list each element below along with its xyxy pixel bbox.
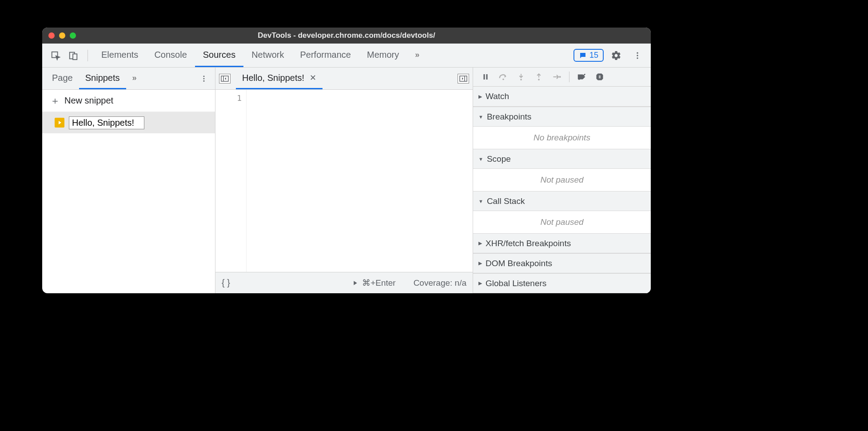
svg-point-17 [538,79,540,80]
coverage-status[interactable]: Coverage: n/a [414,278,466,288]
new-snippet-label: New snippet [64,96,113,106]
svg-point-16 [520,79,522,80]
more-tabs-icon[interactable]: » [407,44,426,67]
svg-rect-21 [600,76,600,79]
tab-page[interactable]: Page [46,68,79,89]
show-navigator-icon[interactable] [219,74,231,84]
console-messages-badge[interactable]: 15 [573,49,604,62]
editor-tab-title: Hello, Snippets! [242,73,304,83]
tab-console[interactable]: Console [146,44,195,67]
tab-sources[interactable]: Sources [195,44,243,67]
svg-point-6 [203,76,205,77]
step-over-icon[interactable] [495,70,511,84]
triangle-down-icon: ▼ [478,199,483,204]
separator [88,50,88,61]
show-debugger-icon[interactable] [458,74,469,84]
section-header-scope[interactable]: ▼Scope [473,149,651,169]
tab-network[interactable]: Network [243,44,292,67]
svg-point-4 [637,55,638,56]
svg-rect-2 [73,54,77,60]
editor-pane: Hello, Snippets! ✕ 1 { } [215,68,473,293]
tab-memory[interactable]: Memory [359,44,407,67]
section-body: Not paused [473,211,651,233]
window-controls [48,32,76,39]
svg-point-18 [559,76,561,78]
section-label: Watch [486,92,509,101]
line-gutter: 1 [215,90,247,272]
debugger-pane: ▶Watch▼BreakpointsNo breakpoints▼ScopeNo… [473,68,651,293]
tab-snippets[interactable]: Snippets [79,68,126,89]
step-icon[interactable] [549,70,565,84]
more-navigator-tabs-icon[interactable]: » [126,68,142,89]
tab-performance[interactable]: Performance [292,44,359,67]
minimize-window-button[interactable] [59,32,65,39]
section-header-global-listeners[interactable]: ▶Global Listeners [473,273,651,293]
triangle-down-icon: ▼ [478,156,483,162]
tab-elements[interactable]: Elements [93,44,146,67]
editor-content[interactable] [247,90,473,272]
navigator-tabs: Page Snippets » [42,68,215,90]
svg-rect-14 [486,74,488,80]
svg-rect-20 [599,76,599,79]
separator [569,72,569,82]
line-number: 1 [215,93,242,103]
svg-rect-13 [484,74,485,80]
snippet-list-item[interactable] [42,112,215,133]
new-snippet-button[interactable]: ＋ New snippet [42,90,215,112]
triangle-right-icon: ▶ [478,280,482,286]
inspect-element-icon[interactable] [48,48,63,63]
section-header-call-stack[interactable]: ▼Call Stack [473,191,651,211]
snippet-name-input[interactable] [69,116,144,129]
section-body: No breakpoints [473,127,651,149]
main-toolbar: Elements Console Sources Network Perform… [42,44,651,68]
triangle-right-icon: ▶ [478,240,482,246]
run-shortcut-hint: ⌘+Enter [362,278,396,288]
plus-icon: ＋ [50,94,60,108]
navigator-pane: Page Snippets » ＋ New snippet [42,68,215,293]
svg-point-5 [637,57,638,59]
triangle-down-icon: ▼ [478,114,483,120]
kebab-menu-icon[interactable] [630,48,645,63]
section-header-watch[interactable]: ▶Watch [473,87,651,107]
panel-tabs: Elements Console Sources Network Perform… [93,44,426,67]
devtools-window: DevTools - developer.chrome.com/docs/dev… [42,28,651,293]
pause-on-exceptions-icon[interactable] [592,70,608,84]
editor-statusbar: { } ⌘+Enter Coverage: n/a [215,272,473,293]
debugger-toolbar [473,68,651,87]
device-toolbar-icon[interactable] [66,48,80,63]
deactivate-breakpoints-icon[interactable] [574,70,590,84]
triangle-right-icon: ▶ [478,94,482,100]
titlebar: DevTools - developer.chrome.com/docs/dev… [42,28,651,44]
pretty-print-icon[interactable]: { } [222,278,230,288]
triangle-right-icon: ▶ [478,260,482,266]
editor-file-tab[interactable]: Hello, Snippets! ✕ [236,68,323,89]
section-label: DOM Breakpoints [486,259,552,268]
svg-point-15 [502,79,504,80]
window-title: DevTools - developer.chrome.com/docs/dev… [42,31,651,40]
maximize-window-button[interactable] [70,32,76,39]
svg-point-7 [203,78,205,79]
section-header-breakpoints[interactable]: ▼Breakpoints [473,107,651,127]
pause-icon[interactable] [478,70,494,84]
section-label: XHR/fetch Breakpoints [486,239,571,248]
step-into-icon[interactable] [513,70,529,84]
navigator-kebab-icon[interactable] [196,73,211,84]
section-label: Call Stack [487,196,525,206]
section-label: Scope [487,154,511,164]
run-icon[interactable] [351,279,358,287]
code-editor[interactable]: 1 [215,90,473,272]
svg-point-8 [203,80,205,81]
close-window-button[interactable] [48,32,55,39]
section-body: Not paused [473,169,651,191]
editor-tabbar: Hello, Snippets! ✕ [215,68,473,90]
section-label: Global Listeners [486,279,546,288]
section-header-dom-breakpoints[interactable]: ▶DOM Breakpoints [473,253,651,273]
section-label: Breakpoints [487,112,531,122]
close-tab-icon[interactable]: ✕ [310,73,316,83]
section-header-xhr-fetch-breakpoints[interactable]: ▶XHR/fetch Breakpoints [473,233,651,253]
settings-icon[interactable] [609,48,623,63]
snippet-file-icon [55,118,64,128]
message-count: 15 [589,51,598,60]
svg-point-3 [637,52,638,53]
step-out-icon[interactable] [531,70,547,84]
